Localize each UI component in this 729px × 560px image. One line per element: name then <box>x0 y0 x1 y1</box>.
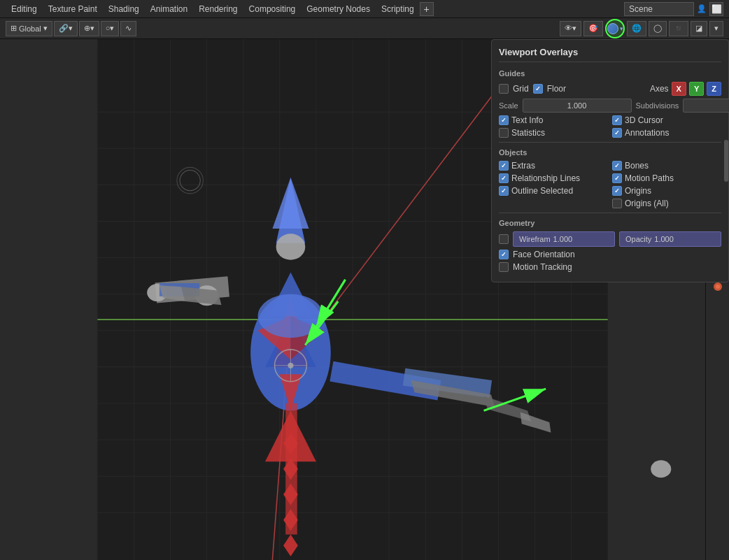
motion-paths-checkbox[interactable] <box>612 173 622 183</box>
text-info-label: Text Info <box>511 115 543 125</box>
origins-checkbox[interactable] <box>612 186 622 196</box>
shading-rendered[interactable]: ◪ <box>691 21 707 36</box>
scale-label: Scale <box>499 101 518 110</box>
outline-origins-row: Outline Selected Origins <box>499 186 721 196</box>
outline-selected-checkbox[interactable] <box>499 186 509 196</box>
main-area: Viewport Overlays Guides Grid Floor Axes… <box>0 39 729 560</box>
annotations-checkbox[interactable] <box>612 128 622 138</box>
viewport-overlays-button[interactable]: ▾ <box>605 19 625 38</box>
toolbar: ⊞ Global ▾ 🔗▾ ⊕▾ ○▾ ∿ 👁▾ 🎯 ▾ 🌐 ◯ ◾ ◪ ▾ <box>0 18 729 39</box>
motion-tracking-row: Motion Tracking <box>499 262 721 272</box>
axis-y-button[interactable]: Y <box>689 82 704 96</box>
pivot-point-selector[interactable]: 🔗▾ <box>54 21 78 36</box>
opacity-button[interactable]: Opacity 1.000 <box>619 231 721 247</box>
overlays-icon <box>607 23 618 34</box>
guides-row-1: Grid Floor Axes X Y Z <box>499 82 721 96</box>
rellines-motionpaths-row: Relationship Lines Motion Paths <box>499 173 721 183</box>
menu-scripting[interactable]: Scripting <box>376 3 420 15</box>
face-orientation-checkbox[interactable] <box>499 250 509 259</box>
window-options-button[interactable]: ⬜ <box>709 2 723 16</box>
menu-shading[interactable]: Shading <box>103 3 145 15</box>
svg-point-62 <box>651 460 671 478</box>
text-cursor-row: Text Info 3D Cursor <box>499 115 721 125</box>
floor-checkbox[interactable] <box>533 84 543 94</box>
transform-space-dropdown-icon: ▾ <box>43 24 48 33</box>
scrollbar[interactable] <box>724 140 728 182</box>
divider-1 <box>499 142 721 143</box>
viewport-gizmos-toggle[interactable]: 🎯 <box>583 21 603 36</box>
opacity-value: 1.000 <box>654 235 674 243</box>
user-icon: 👤 <box>697 4 707 13</box>
extras-checkbox[interactable] <box>499 161 509 171</box>
axis-x-button[interactable]: X <box>672 82 686 96</box>
cursor-3d-checkbox[interactable] <box>612 115 622 125</box>
statistics-checkbox[interactable] <box>499 128 509 138</box>
transform-space-selector[interactable]: ⊞ Global ▾ <box>6 21 52 36</box>
grid-checkbox[interactable] <box>499 84 509 94</box>
subdivisions-input[interactable] <box>683 99 729 113</box>
snap-toggle[interactable]: ⊕▾ <box>79 21 99 36</box>
menu-compositing[interactable]: Compositing <box>243 3 302 15</box>
top-menu-bar: Editing Texture Paint Shading Animation … <box>0 0 729 18</box>
overlays-dropdown-icon: ▾ <box>620 25 623 32</box>
proportional-edit-toggle[interactable]: ○▾ <box>101 21 120 36</box>
wireframe-checkbox[interactable] <box>499 234 509 244</box>
wireframe-value: 1.000 <box>553 235 573 243</box>
text-info-checkbox[interactable] <box>499 115 509 125</box>
shading-material[interactable]: ◾ <box>669 21 688 36</box>
bones-label: Bones <box>625 161 649 171</box>
svg-point-35 <box>276 234 306 260</box>
scene-name-input[interactable] <box>624 2 694 16</box>
wireframe-row: Wirefram 1.000 Opacity 1.000 <box>499 231 721 247</box>
axis-z-button[interactable]: Z <box>707 82 721 96</box>
render-viewport-toggle[interactable]: 🌐 <box>627 21 646 36</box>
menu-geometry-nodes[interactable]: Geometry Nodes <box>301 3 376 15</box>
statistics-label: Statistics <box>511 128 545 138</box>
menu-animation[interactable]: Animation <box>145 3 193 15</box>
origins-all-checkbox[interactable] <box>612 199 622 208</box>
opacity-label: Opacity <box>625 235 651 243</box>
shading-options-dropdown[interactable]: ▾ <box>709 21 723 36</box>
bones-checkbox[interactable] <box>612 161 622 171</box>
scale-row: Scale Subdivisions <box>499 99 721 113</box>
grid-label: Grid <box>513 84 529 94</box>
add-workspace-button[interactable]: + <box>420 2 434 16</box>
outline-selected-label: Outline Selected <box>511 186 573 196</box>
wireframe-button[interactable]: Wirefram 1.000 <box>513 231 615 247</box>
menu-editing[interactable]: Editing <box>6 3 43 15</box>
origins-label: Origins <box>625 186 651 196</box>
wireframe-label: Wirefram <box>519 235 551 243</box>
origins-all-row: Origins (All) <box>499 199 721 208</box>
svg-point-90 <box>716 285 720 289</box>
floor-label: Floor <box>547 84 566 94</box>
svg-point-56 <box>258 294 324 338</box>
stats-annotations-row: Statistics Annotations <box>499 128 721 138</box>
curve-toggle[interactable]: ∿ <box>120 21 136 36</box>
motion-paths-label: Motion Paths <box>625 173 674 183</box>
menu-rendering[interactable]: Rendering <box>193 3 243 15</box>
shading-solid[interactable]: ◯ <box>649 21 667 36</box>
viewport-overlays-panel: Viewport Overlays Guides Grid Floor Axes… <box>491 39 729 282</box>
menu-texture-paint[interactable]: Texture Paint <box>43 3 103 15</box>
guides-section-header: Guides <box>499 69 721 78</box>
viewport-shading-rendered[interactable]: 👁▾ <box>560 21 581 36</box>
annotations-label: Annotations <box>625 128 669 138</box>
divider-2 <box>499 213 721 213</box>
cursor-3d-label: 3D Cursor <box>625 115 663 125</box>
extras-bones-row: Extras Bones <box>499 161 721 171</box>
relationship-lines-label: Relationship Lines <box>511 173 580 183</box>
transform-space-icon: ⊞ <box>10 24 17 33</box>
objects-section-header: Objects <box>499 148 721 157</box>
panel-title: Viewport Overlays <box>499 47 721 62</box>
face-orientation-row: Face Orientation <box>499 250 721 259</box>
origins-all-label: Origins (All) <box>625 199 669 208</box>
geometry-section-header: Geometry <box>499 219 721 227</box>
extras-label: Extras <box>511 161 535 171</box>
scale-input[interactable] <box>523 99 632 113</box>
subdivisions-label: Subdivisions <box>636 101 679 110</box>
svg-point-55 <box>288 363 293 368</box>
axes-label: Axes <box>650 84 669 94</box>
motion-tracking-checkbox[interactable] <box>499 262 509 272</box>
relationship-lines-checkbox[interactable] <box>499 173 509 183</box>
motion-tracking-label: Motion Tracking <box>513 262 572 272</box>
